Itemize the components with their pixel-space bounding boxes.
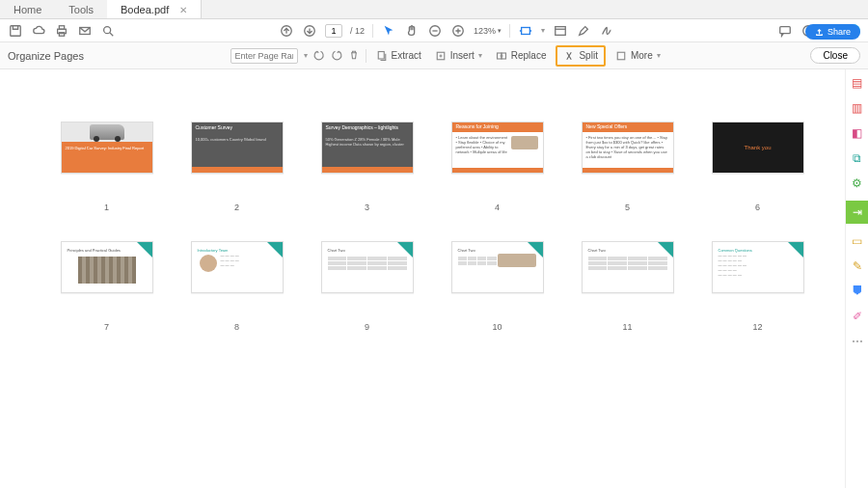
document-tabs: Home Tools Bodea.pdf ✕ bbox=[0, 0, 868, 19]
page-number: 8 bbox=[234, 322, 239, 332]
page-thumbnail[interactable]: Chart Two 11 bbox=[579, 241, 676, 332]
page-number: 10 bbox=[492, 322, 502, 332]
main-toolbar: / 12 123%▾ ▾ bbox=[0, 19, 868, 42]
divider bbox=[509, 24, 510, 38]
pointer-icon[interactable] bbox=[381, 23, 396, 39]
zoom-level[interactable]: 123%▾ bbox=[474, 26, 502, 36]
page-number-input[interactable] bbox=[325, 24, 342, 38]
page-range-input[interactable] bbox=[231, 48, 298, 64]
replace-label: Replace bbox=[511, 50, 547, 61]
page-thumbnail[interactable]: Thank you 6 bbox=[709, 122, 806, 212]
svg-point-5 bbox=[104, 26, 111, 33]
page-number: 12 bbox=[752, 322, 762, 332]
svg-rect-10 bbox=[522, 27, 530, 34]
share-button[interactable]: Share bbox=[805, 24, 860, 40]
page-thumbnail[interactable]: Customer Survey 10,000+ customers Countr… bbox=[188, 122, 285, 212]
more-button[interactable]: More ▾ bbox=[611, 46, 665, 66]
organize-pages-icon[interactable]: ⇥ bbox=[846, 201, 869, 224]
divider bbox=[366, 49, 366, 63]
combine-icon[interactable]: ⧉ bbox=[850, 150, 865, 166]
close-icon[interactable]: ✕ bbox=[179, 5, 187, 15]
organize-toolbar: Organize Pages ▾ Extract Insert ▾ Replac… bbox=[0, 42, 868, 69]
zoom-out-icon[interactable] bbox=[427, 23, 443, 39]
page-thumbnail[interactable]: Chart Two 10 bbox=[448, 241, 546, 332]
svg-rect-18 bbox=[617, 52, 625, 60]
save-icon[interactable] bbox=[8, 23, 23, 39]
page-number: 7 bbox=[104, 322, 109, 332]
highlight-icon[interactable] bbox=[576, 23, 591, 39]
up-arrow-icon[interactable] bbox=[279, 23, 294, 39]
divider bbox=[372, 24, 373, 38]
chevron-down-icon[interactable]: ▾ bbox=[304, 51, 308, 60]
page-number: 9 bbox=[365, 322, 369, 332]
page-thumbnail[interactable]: Survey Demographics – lightlights 50% Ge… bbox=[318, 122, 416, 212]
page-thumbnail[interactable]: New Special Offers • First two times you… bbox=[579, 122, 676, 212]
tab-document-label: Bodea.pdf bbox=[121, 4, 169, 15]
trash-icon[interactable] bbox=[348, 49, 360, 63]
replace-button[interactable]: Replace bbox=[492, 46, 551, 66]
svg-rect-11 bbox=[556, 26, 566, 35]
page-thumbnail[interactable]: Chart Two 9 bbox=[318, 241, 416, 332]
mail-icon[interactable] bbox=[77, 23, 93, 39]
svg-rect-0 bbox=[11, 25, 21, 36]
page-number: 4 bbox=[495, 203, 500, 212]
thumbnail-grid: 2019 Digital Car Survey: Industry Final … bbox=[0, 69, 845, 488]
svg-rect-2 bbox=[59, 25, 64, 29]
page-title: Organize Pages bbox=[8, 50, 84, 62]
split-button[interactable]: Split bbox=[556, 45, 605, 67]
page-number: 1 bbox=[104, 203, 109, 212]
svg-rect-14 bbox=[378, 51, 384, 59]
pencil-icon[interactable]: ✐ bbox=[850, 309, 865, 324]
share-label: Share bbox=[827, 27, 851, 37]
page-thumbnail[interactable]: Common Questions — — — — — —— — — — —— —… bbox=[709, 241, 806, 332]
extract-button[interactable]: Extract bbox=[372, 46, 425, 66]
read-mode-icon[interactable] bbox=[553, 23, 568, 39]
fit-width-icon[interactable] bbox=[518, 23, 533, 39]
more-label: More bbox=[631, 50, 653, 61]
right-sidebar: ▤ ▥ ◧ ⧉ ⚙ ⇥ ▭ ✎ ⛊ ✐ ⋯ bbox=[845, 69, 868, 488]
comment-icon[interactable]: ▭ bbox=[850, 233, 865, 249]
page-number: 2 bbox=[234, 203, 239, 212]
edit-pdf-icon[interactable]: ◧ bbox=[850, 125, 865, 141]
sign-icon[interactable] bbox=[599, 23, 614, 39]
page-thumbnail[interactable]: Introductory Team — — — —— — — —— — — 8 bbox=[188, 241, 285, 332]
zoom-in-icon[interactable] bbox=[450, 23, 466, 39]
extract-label: Extract bbox=[392, 50, 421, 61]
search-icon[interactable] bbox=[100, 23, 116, 39]
insert-button[interactable]: Insert ▾ bbox=[431, 46, 486, 66]
page-thumbnail[interactable]: Reasons for Joining • Learn about the en… bbox=[448, 122, 546, 212]
page-number: 6 bbox=[755, 203, 760, 212]
cloud-icon[interactable] bbox=[31, 23, 46, 39]
thumb-title: 2019 Digital Car Survey: Industry Final … bbox=[62, 142, 152, 174]
chat-icon[interactable] bbox=[777, 23, 793, 39]
fill-sign-icon[interactable]: ✎ bbox=[850, 258, 865, 274]
more-tools-icon[interactable]: ⋯ bbox=[850, 334, 865, 349]
page-total-label: / 12 bbox=[350, 26, 365, 36]
tab-document[interactable]: Bodea.pdf ✕ bbox=[107, 0, 202, 18]
tab-home[interactable]: Home bbox=[0, 0, 55, 18]
down-arrow-icon[interactable] bbox=[302, 23, 317, 39]
chevron-down-icon[interactable]: ▾ bbox=[541, 26, 545, 35]
page-number: 3 bbox=[365, 203, 369, 212]
close-button[interactable]: Close bbox=[810, 47, 860, 64]
split-label: Split bbox=[579, 50, 597, 61]
page-number: 11 bbox=[622, 322, 632, 332]
print-icon[interactable] bbox=[54, 23, 69, 39]
tab-tools[interactable]: Tools bbox=[55, 0, 107, 18]
rotate-right-icon[interactable] bbox=[331, 49, 342, 63]
export-pdf-icon[interactable]: ▤ bbox=[850, 75, 865, 91]
share-tool-icon[interactable]: ⚙ bbox=[850, 176, 865, 191]
rotate-left-icon[interactable] bbox=[313, 49, 325, 63]
protect-icon[interactable]: ⛊ bbox=[850, 284, 865, 299]
page-thumbnail[interactable]: 2019 Digital Car Survey: Industry Final … bbox=[58, 122, 155, 212]
create-pdf-icon[interactable]: ▥ bbox=[850, 100, 865, 116]
insert-label: Insert bbox=[450, 50, 475, 61]
page-number: 5 bbox=[625, 203, 630, 212]
page-thumbnail[interactable]: Principles and Practical Guides 7 bbox=[58, 241, 155, 332]
svg-rect-3 bbox=[59, 32, 64, 36]
hand-icon[interactable] bbox=[404, 23, 420, 39]
svg-rect-12 bbox=[780, 26, 791, 33]
